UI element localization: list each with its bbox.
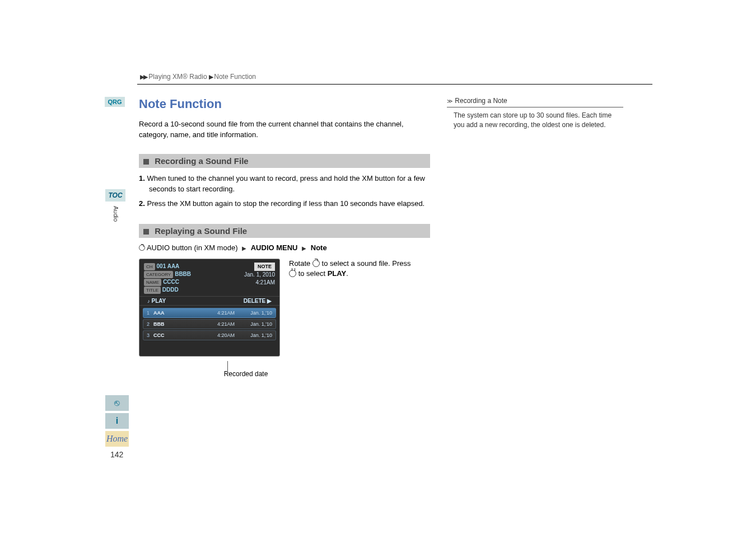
step-2-text: Press the XM button again to stop the re… <box>147 199 424 208</box>
rotate-dial-icon <box>312 260 320 267</box>
list-item-time: 4:20AM <box>217 332 243 338</box>
section-recording: Recording a Sound File <box>139 154 430 168</box>
device-screenshot: CH001 AAA CATEGORYBBBB NAMECCCC TITLEDDD… <box>139 259 280 357</box>
voice-button[interactable]: ⎋ <box>105 395 129 411</box>
triangle-icon: ▶ <box>267 298 272 304</box>
breadcrumb-arrow-icon: ▶ <box>209 73 212 80</box>
name-value: CCCC <box>163 279 179 285</box>
voice-icon: ⎋ <box>114 398 120 408</box>
list-item-index: 3 <box>147 332 153 338</box>
step-1-num: 1. <box>139 174 145 182</box>
intro-text: Record a 10-second sound file from the c… <box>139 119 430 140</box>
divider <box>137 84 652 85</box>
step-2: 2. Press the XM button again to stop the… <box>139 199 430 209</box>
square-bullet-icon <box>143 159 149 165</box>
section-replaying-title: Replaying a Sound File <box>155 226 247 236</box>
list-item: 1 AAA 4:21AM Jan. 1,'10 <box>143 308 276 318</box>
qrg-badge[interactable]: QRG <box>105 97 125 107</box>
ch-label: CH <box>144 263 155 270</box>
page-number: 142 <box>110 450 123 459</box>
title-label: TITLE <box>144 287 161 294</box>
menu-path-note: Note <box>311 243 327 252</box>
period: . <box>346 269 348 278</box>
selector-knob-icon <box>139 245 145 251</box>
home-button[interactable]: Home <box>105 431 129 447</box>
tip-header: ≫ Recording a Note <box>447 97 623 107</box>
page-title: Note Function <box>139 97 430 111</box>
menu-path-audio-menu: AUDIO MENU <box>251 243 298 252</box>
list-item-date: Jan. 1,'10 <box>243 321 272 327</box>
main-column: Note Function Record a 10-second sound f… <box>139 97 430 378</box>
play-word: PLAY <box>328 269 346 278</box>
chevron-icon: ≫ <box>447 98 451 104</box>
breadcrumb-arrow-icon: ▶▶ <box>140 73 147 80</box>
menu-path: AUDIO button (in XM mode) ▶ AUDIO MENU ▶… <box>139 243 430 252</box>
rotate-rest: to select a sound file. Press <box>322 259 411 268</box>
category-label: CATEGORY <box>144 271 173 278</box>
tip-body: The system can store up to 30 sound file… <box>447 111 623 130</box>
name-label: NAME <box>144 279 161 286</box>
ch-value: 001 AAA <box>157 263 180 269</box>
screen-play-button: ♪PLAY <box>147 298 166 304</box>
screen-time: 4:21AM <box>244 279 275 287</box>
tip-column: ≫ Recording a Note The system can store … <box>447 97 623 378</box>
screen-list: 1 AAA 4:21AM Jan. 1,'10 2 BBB 4:21AM Jan… <box>139 306 279 344</box>
screen-info-left: CH001 AAA CATEGORYBBBB NAMECCCC TITLEDDD… <box>144 263 191 294</box>
toc-button[interactable]: TOC <box>105 189 125 202</box>
list-item-index: 1 <box>147 310 153 316</box>
category-value: BBBB <box>175 271 191 277</box>
press-rest: to select <box>298 269 328 278</box>
side-section-label: Audio <box>113 206 119 222</box>
list-item-date: Jan. 1,'10 <box>243 332 272 338</box>
rotate-word: Rotate <box>289 259 310 268</box>
section-recording-title: Recording a Sound File <box>155 156 249 166</box>
note-badge: NOTE <box>254 263 275 271</box>
step-2-num: 2. <box>139 199 145 208</box>
section-replaying: Replaying a Sound File <box>139 224 430 238</box>
list-item-time: 4:21AM <box>217 310 243 316</box>
step-1: 1. When tuned to the channel you want to… <box>139 174 430 195</box>
list-item-name: BBB <box>153 321 217 327</box>
list-item-date: Jan. 1,'10 <box>243 310 272 316</box>
play-icon: ♪ <box>147 298 150 304</box>
recorded-date-caption: Recorded date <box>139 370 280 378</box>
list-item-name: AAA <box>153 310 217 316</box>
step-1-text: When tuned to the channel you want to re… <box>147 174 424 193</box>
list-item-name: CCC <box>153 332 217 338</box>
list-item: 2 BBB 4:21AM Jan. 1,'10 <box>143 319 276 329</box>
title-value: DDDD <box>162 287 179 293</box>
screen-date: Jan. 1, 2010 <box>244 271 275 279</box>
list-item-time: 4:21AM <box>217 321 243 327</box>
info-icon: i <box>116 416 118 426</box>
screen-delete-button: DELETE ▶ <box>244 298 272 304</box>
menu-path-prefix: AUDIO button (in XM mode) <box>147 243 238 252</box>
info-button[interactable]: i <box>105 413 129 429</box>
replay-instruction: Rotate to select a sound file. Press to … <box>289 259 411 378</box>
tip-title: Recording a Note <box>455 97 507 105</box>
list-item: 3 CCC 4:20AM Jan. 1,'10 <box>143 330 276 340</box>
screen-info-right: NOTE Jan. 1, 2010 4:21AM <box>244 263 275 294</box>
triangle-icon: ▶ <box>300 245 309 251</box>
breadcrumb-seg-1: Playing XM® Radio <box>148 73 207 81</box>
breadcrumb: ▶▶ Playing XM® Radio ▶ Note Function <box>104 73 641 84</box>
press-dial-icon <box>289 270 296 277</box>
triangle-icon: ▶ <box>240 245 249 251</box>
square-bullet-icon <box>143 229 149 235</box>
list-item-index: 2 <box>147 321 153 327</box>
breadcrumb-seg-2: Note Function <box>214 73 256 81</box>
